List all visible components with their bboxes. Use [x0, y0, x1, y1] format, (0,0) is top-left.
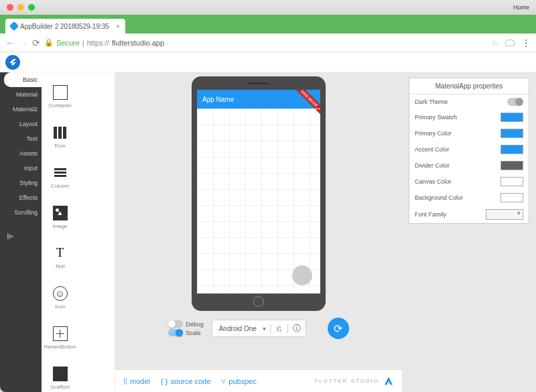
- color-swatch[interactable]: [500, 145, 523, 154]
- sidebar-item-scrolling[interactable]: Scrolling: [0, 205, 42, 220]
- sidebar-item-effects[interactable]: Effects: [0, 190, 42, 205]
- palette-text[interactable]: TText: [42, 237, 78, 277]
- sidebar-item-material[interactable]: Material: [0, 87, 42, 102]
- category-sidebar: BasicMaterialMaterial2LayoutTextAssetsIn…: [0, 52, 42, 392]
- code-icon: { }: [161, 377, 168, 385]
- preview-appbar-title: App Name: [202, 96, 234, 103]
- switch-icon[interactable]: [507, 98, 523, 106]
- tab-pubspec[interactable]: ⑂pubspec: [221, 377, 257, 385]
- scale-toggle[interactable]: Scale: [168, 329, 204, 336]
- url-display[interactable]: 🔒 Secure | https://flutterstudio.app: [44, 38, 164, 47]
- sidebar-item-layout[interactable]: Layout: [0, 117, 42, 131]
- prop-primary-swatch: Primary Swatch: [409, 109, 529, 125]
- color-swatch[interactable]: [500, 129, 523, 138]
- flutter-logo-icon: [383, 376, 394, 387]
- refresh-button[interactable]: ⟳: [328, 318, 349, 339]
- macos-titlebar: Home: [0, 0, 536, 15]
- menu-icon[interactable]: ⋮: [521, 40, 531, 46]
- sidebar-item-input[interactable]: Input: [0, 161, 42, 176]
- component-palette: ContainerRowColumn▲ImageTText☺IconRaised…: [42, 52, 115, 392]
- forward-icon: →: [19, 38, 28, 48]
- reload-icon[interactable]: ⟳: [32, 38, 40, 48]
- palette-scaffold[interactable]: Scaffold: [42, 358, 78, 392]
- lock-icon: 🔒: [44, 38, 54, 47]
- properties-panel: MaterialApp properties Dark ThemePrimary…: [402, 52, 536, 392]
- design-canvas: App Name WEB MODE Debug Scale: [115, 52, 402, 392]
- phone-home-icon: [253, 296, 264, 307]
- preview-fab[interactable]: [292, 265, 312, 285]
- phone-speaker: [249, 82, 269, 84]
- maximize-icon[interactable]: [28, 4, 35, 11]
- menu-home[interactable]: Home: [513, 4, 529, 11]
- info-icon[interactable]: ⓘ: [288, 323, 306, 334]
- app-topbar: [0, 52, 536, 72]
- debug-toggle[interactable]: Debug: [168, 320, 204, 328]
- palette-raisedbutton[interactable]: RaisedButton: [42, 318, 78, 358]
- tab-source-code[interactable]: { }source code: [161, 377, 210, 385]
- tab-close-icon[interactable]: ×: [116, 23, 120, 30]
- favicon-icon: [9, 21, 19, 31]
- phone-screen[interactable]: App Name WEB MODE: [197, 90, 320, 293]
- prop-dark-theme: Dark Theme: [409, 94, 529, 109]
- branch-icon: ⑂: [221, 377, 226, 385]
- palette-row[interactable]: Row: [42, 117, 78, 157]
- browser-tab[interactable]: AppBuilder 2 20180529-19:35 ×: [5, 19, 125, 34]
- sidebar-item-text[interactable]: Text: [0, 131, 42, 146]
- prop-accent-color: Accent Color: [409, 141, 529, 157]
- phone-icon: ▯: [123, 377, 127, 385]
- prop-background-color: Background Color: [409, 190, 529, 206]
- browser-tabbar: AppBuilder 2 20180529-19:35 ×: [0, 15, 536, 34]
- device-selector[interactable]: Android One ⎌ ⓘ: [212, 320, 306, 337]
- prop-divider-color: Divider Color: [409, 157, 529, 174]
- switch-icon[interactable]: [168, 320, 183, 328]
- color-swatch[interactable]: [500, 193, 523, 202]
- color-swatch[interactable]: [500, 113, 523, 122]
- sidebar-item-styling[interactable]: Styling: [0, 176, 42, 190]
- canvas-controls: Debug Scale Android One ⎌ ⓘ ⟳: [168, 318, 349, 339]
- minimize-icon[interactable]: [17, 4, 24, 11]
- tab-title: AppBuilder 2 20180529-19:35: [20, 23, 109, 30]
- back-icon[interactable]: ←: [5, 38, 15, 48]
- device-select[interactable]: Android One: [212, 325, 271, 332]
- sidebar-item-material2[interactable]: Material2: [0, 102, 42, 117]
- color-swatch[interactable]: [500, 177, 523, 186]
- rotate-icon[interactable]: ⎌: [271, 324, 288, 333]
- prop-font-family: Font Family: [409, 206, 529, 223]
- sidebar-item-assets[interactable]: Assets: [0, 146, 42, 161]
- tab-model[interactable]: ▯model: [123, 377, 150, 385]
- bottom-tabs: ▯model { }source code ⑂pubspec FLUTTER S…: [115, 369, 402, 392]
- palette-icon[interactable]: ☺Icon: [42, 277, 78, 318]
- browser-address-bar: ← → ⟳ 🔒 Secure | https://flutterstudio.a…: [0, 34, 536, 52]
- prop-canvas-color: Canvas Color: [409, 174, 529, 190]
- color-swatch[interactable]: [500, 161, 523, 170]
- palette-column[interactable]: Column: [42, 157, 78, 197]
- prop-primary-color: Primary Color: [409, 125, 529, 141]
- palette-container[interactable]: Container: [42, 76, 78, 117]
- font-select[interactable]: [486, 209, 523, 220]
- tree-icon[interactable]: ⊫: [0, 228, 42, 241]
- brand-label: FLUTTER STUDIO: [315, 376, 394, 387]
- phone-frame: App Name WEB MODE: [192, 76, 326, 311]
- sidebar-item-basic[interactable]: Basic: [4, 72, 42, 87]
- switch-icon[interactable]: [168, 329, 183, 336]
- close-icon[interactable]: [7, 4, 13, 11]
- bookmark-icon[interactable]: ☆: [491, 38, 498, 48]
- app-logo[interactable]: [5, 55, 20, 70]
- palette-image[interactable]: ▲Image: [42, 197, 78, 237]
- properties-title: MaterialApp properties: [409, 78, 529, 94]
- cloud-icon[interactable]: [505, 40, 515, 46]
